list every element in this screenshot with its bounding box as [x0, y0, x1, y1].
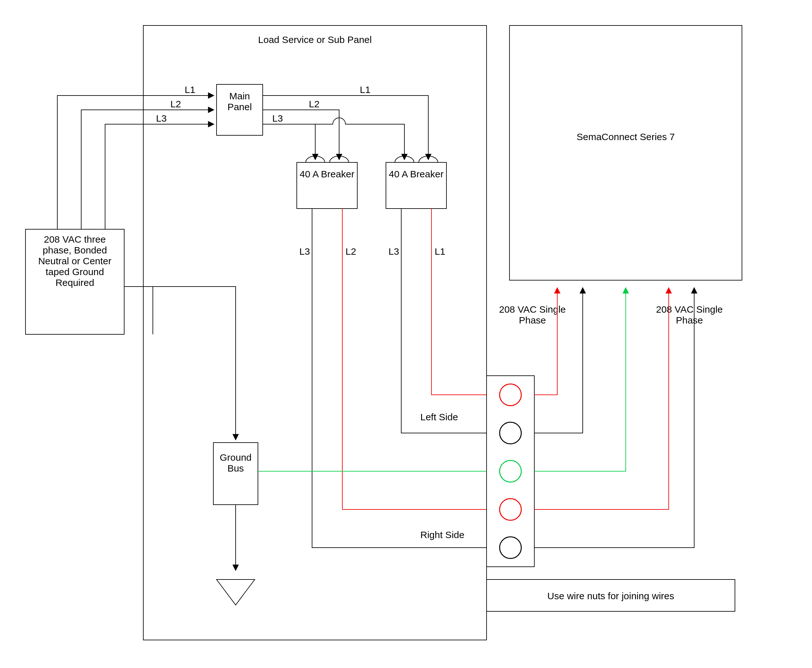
wiring-diagram: Load Service or Sub Panel 208 VAC three … [0, 0, 812, 668]
label-l1b: L1 [360, 84, 370, 95]
breaker-right-label: 40 A Breaker [386, 169, 446, 180]
power-source-label: 208 VAC three phase, Bonded Neutral or C… [28, 234, 121, 288]
label-l2b: L2 [309, 99, 319, 109]
device-label: SemaConnect Series 7 [577, 132, 675, 142]
left-side-label: Left Side [420, 412, 458, 422]
main-panel-label: Main Panel [217, 91, 263, 112]
label-l2a: L2 [170, 99, 181, 109]
right-side-label: Right Side [420, 529, 464, 540]
phase-note-right: 208 VAC Single Phase [654, 304, 724, 326]
label-l1c: L1 [434, 246, 445, 257]
label-l3a: L3 [156, 113, 167, 124]
label-l3c: L3 [299, 246, 310, 257]
device-box [510, 25, 742, 280]
label-l3b: L3 [272, 113, 283, 124]
terminal-block [486, 376, 534, 567]
wire-note-label: Use wire nuts for joining wires [547, 591, 674, 601]
sub-panel-title: Load Service or Sub Panel [258, 34, 372, 45]
label-l2c: L2 [346, 246, 356, 257]
label-l1a: L1 [185, 84, 195, 95]
label-l3d: L3 [388, 246, 399, 257]
breaker-left-label: 40 A Breaker [297, 169, 357, 180]
ground-bus-label: Ground Bus [213, 452, 258, 474]
